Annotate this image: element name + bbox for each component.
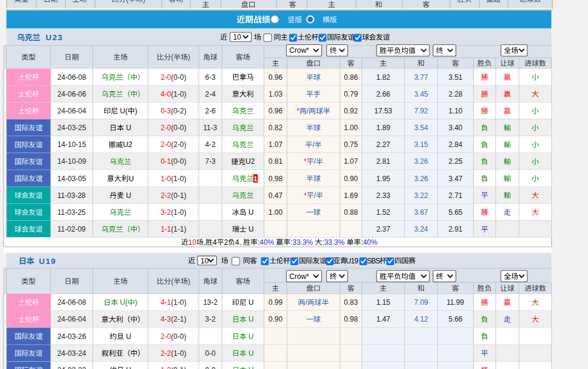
svg-text:(1-0): (1-0) [171,349,186,358]
svg-text:): ) [135,107,138,115]
svg-text:(: ( [171,53,174,61]
svg-text:3.51: 3.51 [449,73,463,82]
svg-text:3-2: 3-2 [160,208,171,217]
svg-text:0.92: 0.92 [344,107,359,115]
svg-text:0-0: 0-0 [205,366,216,369]
svg-text:(0-0): (0-0) [171,332,186,341]
svg-text:4-0: 4-0 [160,90,171,98]
svg-text:U19: U19 [346,257,359,265]
svg-text:2.81: 2.81 [376,157,390,166]
svg-text:11-03-28: 11-03-28 [57,191,85,200]
svg-text:24-03-24: 24-03-24 [57,349,86,358]
svg-text:1.10: 1.10 [449,107,463,115]
svg-text:3-2: 3-2 [205,315,216,323]
svg-text:U: U [129,175,134,183]
svg-text:4,: 4, [235,238,243,247]
svg-text:2.27: 2.27 [376,140,390,149]
svg-text:4.12: 4.12 [414,315,428,323]
svg-text:(: ( [126,0,129,4]
svg-text:1-1: 1-1 [160,225,171,233]
svg-text:U2: U2 [123,140,133,149]
svg-text:1-0: 1-0 [160,175,171,183]
svg-text:33.3%: 33.3% [324,238,345,247]
svg-text:2.25: 2.25 [449,157,463,166]
svg-text:17.53: 17.53 [374,107,392,115]
svg-text:11-02-09: 11-02-09 [57,225,85,233]
svg-text:*: * [297,107,300,115]
svg-text:24-06-04: 24-06-04 [57,315,86,323]
svg-text:3.45: 3.45 [414,90,428,98]
svg-text:Crow*: Crow* [289,46,309,55]
svg-text:1: 1 [253,175,257,182]
svg-text:1.07: 1.07 [268,140,283,149]
svg-text:2-0: 2-0 [160,140,171,149]
svg-text:2-4: 2-4 [205,90,216,98]
svg-text:0.96: 0.96 [268,107,283,115]
svg-text:2: 2 [224,238,228,247]
svg-text:(1-0): (1-0) [171,90,186,98]
svg-text:U: U [247,366,254,369]
svg-text:2.84: 2.84 [449,140,463,149]
svg-text:24-06-06: 24-06-06 [57,90,86,98]
svg-text:(1-0): (1-0) [171,175,186,183]
svg-text:2-0: 2-0 [160,332,171,341]
svg-text:U: U [124,191,132,200]
svg-text:3.40: 3.40 [449,124,463,132]
svg-text:): ) [188,277,190,286]
svg-text:3.22: 3.22 [414,191,428,200]
svg-text:(2-1): (2-1) [171,315,186,323]
svg-text:U: U [124,366,132,369]
svg-text:U: U [247,332,254,341]
svg-text:(0-0): (0-0) [171,124,186,132]
svg-text:U(: U( [118,107,128,115]
svg-text:U: U [247,225,254,233]
svg-text:24-03-26: 24-03-26 [57,332,86,341]
svg-text:13-2: 13-2 [203,298,217,307]
svg-text:0.79: 0.79 [344,90,359,98]
svg-text:11-03-25: 11-03-25 [57,208,85,217]
svg-text:0.90: 0.90 [268,315,283,323]
svg-text:2-0: 2-0 [160,73,171,82]
svg-text:2.71: 2.71 [449,191,463,200]
svg-text:24-03-22: 24-03-22 [57,366,86,369]
svg-text:3.47: 3.47 [449,175,463,183]
svg-text:1.00: 1.00 [268,208,283,217]
svg-text:1.00: 1.00 [344,124,359,132]
svg-text:): ) [188,53,190,61]
svg-text:U23: U23 [43,33,63,42]
svg-text:(2-0): (2-0) [171,140,186,149]
svg-text:(0-1): (0-1) [171,366,186,369]
svg-text:U(: U( [118,298,128,307]
svg-text:4-1: 4-1 [160,298,171,307]
svg-text:11-3: 11-3 [203,124,217,132]
svg-text:*: * [304,157,307,166]
svg-text:U: U [247,349,254,358]
svg-text:7-3: 7-3 [205,157,216,166]
svg-text:(0-0): (0-0) [171,157,186,166]
svg-text:U: U [247,208,254,217]
svg-text:U: U [247,298,254,307]
svg-text:5.66: 5.66 [449,315,463,323]
svg-text:10: 10 [233,33,241,41]
svg-text:14-03-05: 14-03-05 [57,175,86,183]
svg-text:Crow*: Crow* [289,272,309,281]
svg-text:2-2: 2-2 [160,191,171,200]
svg-text:2-0: 2-0 [160,124,171,132]
svg-text:1-2: 1-2 [160,366,171,369]
svg-text:1.47: 1.47 [376,315,390,323]
svg-text:10: 10 [201,257,209,265]
svg-text:6-3: 6-3 [205,73,216,82]
svg-text:24-06-08: 24-06-08 [57,298,86,307]
svg-text:11.99: 11.99 [446,298,464,307]
svg-text:3.54: 3.54 [414,124,428,132]
svg-text:(1-0): (1-0) [171,298,186,307]
svg-text:2.37: 2.37 [376,225,390,233]
svg-text:1.89: 1.89 [376,124,390,132]
svg-text:0.90: 0.90 [344,175,359,183]
svg-text:0.82: 0.82 [268,124,283,132]
svg-text:1.82: 1.82 [376,73,390,82]
svg-text:24-03-25: 24-03-25 [57,124,86,132]
svg-text:0.83: 0.83 [344,298,359,307]
svg-text:2-6: 2-6 [205,107,216,115]
svg-text:0.81: 0.81 [268,157,283,166]
